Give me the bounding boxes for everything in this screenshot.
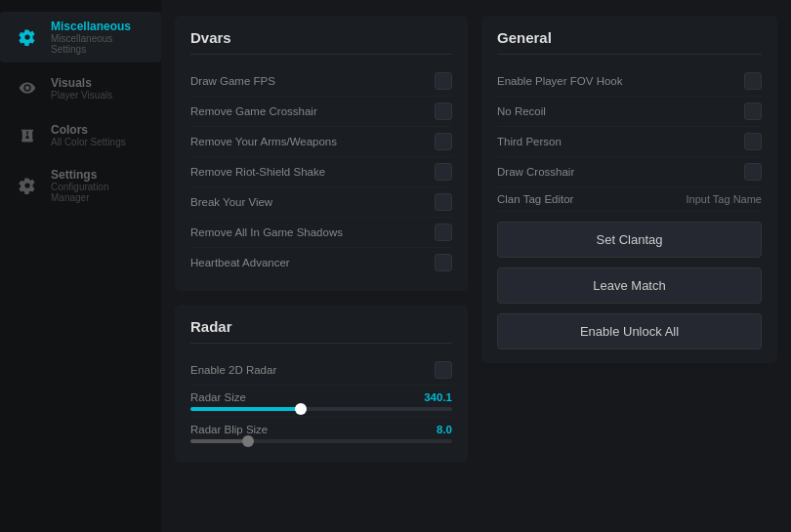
toggle-label-draw-game-fps: Draw Game FPS [190,75,275,87]
clantag-label: Clan Tag Editor [497,193,573,205]
toggle-label-enable-2d-radar: Enable 2D Radar [190,364,276,376]
sidebar-title-colors: Colors [51,123,126,137]
toggle-label-remove-arms: Remove Your Arms/Weapons [190,136,337,147]
toggle-row-break-view: Break Your View [190,187,452,218]
sidebar-title-settings: Settings [51,168,147,182]
toggle-row-remove-crosshair: Remove Game Crosshair [190,97,452,127]
toggle-label-remove-crosshair: Remove Game Crosshair [190,105,317,117]
toggle-row-third-person: Third Person [497,127,762,157]
toggle-row-no-recoil: No Recoil [497,97,762,127]
radar-panel: Radar Enable 2D Radar Radar Size 340.1 R… [175,305,468,463]
sidebar-title-visuals: Visuals [51,76,112,90]
radar-blip-fill [190,439,248,443]
sidebar-labels-visuals: Visuals Player Visuals [51,76,112,101]
sidebar-item-miscellaneous[interactable]: Miscellaneous Miscellaneous Settings [0,12,161,62]
sidebar-sub-settings: Configuration Manager [51,182,147,203]
toggle-break-view[interactable] [435,193,452,211]
toggle-remove-shadows[interactable] [435,224,452,241]
radar-blip-label: Radar Blip Size [190,424,268,435]
toggle-remove-arms[interactable] [435,133,452,150]
toggle-heartbeat[interactable] [435,254,452,271]
toggle-draw-crosshair[interactable] [744,163,762,181]
toggle-row-fov-hook: Enable Player FOV Hook [497,66,762,97]
toggle-no-recoil[interactable] [744,102,762,120]
toggle-row-draw-crosshair: Draw Crosshair [497,157,762,187]
radar-size-value: 340.1 [424,391,452,403]
sidebar-item-settings[interactable]: Settings Configuration Manager [0,160,161,211]
sidebar-title-miscellaneous: Miscellaneous [51,20,147,33]
left-panel: Dvars Draw Game FPS Remove Game Crosshai… [175,16,468,516]
sidebar: Miscellaneous Miscellaneous Settings Vis… [0,0,161,532]
sidebar-sub-colors: All Color Settings [51,137,126,147]
sidebar-sub-visuals: Player Visuals [51,90,112,101]
sidebar-item-visuals[interactable]: Visuals Player Visuals [0,66,161,109]
sidebar-item-colors[interactable]: Colors All Color Settings [0,113,161,156]
radar-size-row: Radar Size 340.1 [190,386,452,418]
toggle-label-fov-hook: Enable Player FOV Hook [497,75,622,87]
radar-blip-track[interactable] [190,439,452,443]
dvars-title: Dvars [190,29,452,55]
radar-title: Radar [190,318,452,344]
clantag-row: Clan Tag Editor [497,187,762,212]
radar-blip-thumb[interactable] [242,435,254,447]
right-panel: General Enable Player FOV Hook No Recoil… [481,16,777,516]
general-title: General [497,29,762,55]
toggle-row-draw-game-fps: Draw Game FPS [190,66,452,97]
sidebar-labels-miscellaneous: Miscellaneous Miscellaneous Settings [51,20,147,55]
radar-blip-header: Radar Blip Size 8.0 [190,424,452,435]
dvars-panel: Dvars Draw Game FPS Remove Game Crosshai… [175,16,468,291]
set-clantag-button[interactable]: Set Clantag [497,222,762,258]
sidebar-labels-settings: Settings Configuration Manager [51,168,147,203]
toggle-label-third-person: Third Person [497,136,562,147]
radar-size-thumb[interactable] [295,403,307,415]
radar-blip-value: 8.0 [437,424,452,435]
radar-size-label: Radar Size [190,391,246,403]
toggle-row-enable-2d-radar: Enable 2D Radar [190,355,452,386]
toggle-riot-shield[interactable] [435,163,452,181]
toggle-enable-2d-radar[interactable] [435,361,452,379]
sidebar-labels-colors: Colors All Color Settings [51,123,126,147]
general-panel: General Enable Player FOV Hook No Recoil… [481,16,777,363]
radar-blip-row: Radar Blip Size 8.0 [190,418,452,449]
radar-size-fill [190,407,301,411]
leave-match-button[interactable]: Leave Match [497,267,762,304]
toggle-row-remove-shadows: Remove All In Game Shadows [190,218,452,248]
toggle-label-riot-shield: Remove Riot-Shield Shake [190,166,325,178]
clantag-input[interactable] [645,193,762,205]
toggle-label-remove-shadows: Remove All In Game Shadows [190,226,343,238]
toggle-label-break-view: Break Your View [190,196,272,208]
toggle-label-no-recoil: No Recoil [497,105,546,117]
radar-size-track[interactable] [190,407,452,411]
main-content: Dvars Draw Game FPS Remove Game Crosshai… [161,0,791,532]
eye-icon [14,74,41,102]
toggle-remove-crosshair[interactable] [435,102,452,120]
toggle-draw-game-fps[interactable] [435,72,452,90]
toggle-label-heartbeat: Heartbeat Advancer [190,257,290,268]
sidebar-sub-miscellaneous: Miscellaneous Settings [51,33,147,55]
radar-size-header: Radar Size 340.1 [190,391,452,403]
settings-gear-icon [14,172,41,199]
toggle-row-remove-arms: Remove Your Arms/Weapons [190,127,452,157]
toggle-row-riot-shield: Remove Riot-Shield Shake [190,157,452,187]
toggle-fov-hook[interactable] [744,72,762,90]
gear-icon [14,23,41,51]
flask-icon [14,121,41,148]
toggle-third-person[interactable] [744,133,762,150]
toggle-label-draw-crosshair: Draw Crosshair [497,166,574,178]
enable-unlock-all-button[interactable]: Enable Unlock All [497,313,762,349]
toggle-row-heartbeat: Heartbeat Advancer [190,248,452,277]
